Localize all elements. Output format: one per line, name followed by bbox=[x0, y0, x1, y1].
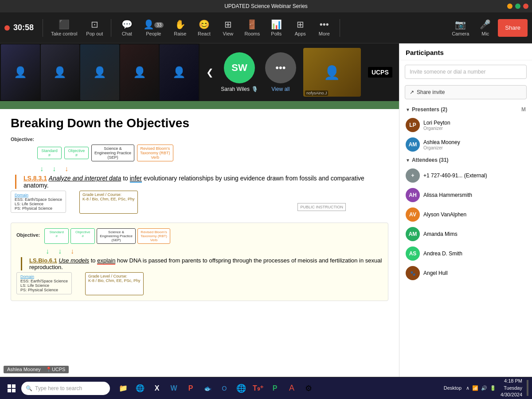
speaker-name-sw: Sarah Wiles 🎙️ bbox=[221, 86, 258, 92]
rooms-button[interactable]: 🚪 Rooms bbox=[241, 16, 263, 40]
taskbar-desktop-label[interactable]: Desktop bbox=[444, 385, 462, 391]
mic-muted-icon: 🎙️ bbox=[251, 86, 258, 92]
slide-area: Breaking Down the Objectives Objective: … bbox=[0, 101, 399, 377]
windows-start-button[interactable] bbox=[4, 380, 20, 396]
svg-rect-1 bbox=[12, 384, 16, 388]
objective-box-2: Objective# bbox=[70, 228, 95, 244]
presenters-header[interactable]: ▼ Presenters (2) M bbox=[399, 104, 532, 115]
more-options-btn[interactable]: M bbox=[521, 106, 526, 113]
raise-button[interactable]: ✋ Raise bbox=[169, 16, 191, 40]
objective-box-1: Objective# bbox=[64, 147, 89, 159]
taskbar-clock[interactable]: 4:18 PM Tuesday 4/30/2024 bbox=[501, 378, 522, 398]
taskbar-outlook[interactable]: O bbox=[216, 380, 232, 396]
network-icon[interactable]: 📶 bbox=[472, 385, 478, 391]
domain-link-1[interactable]: Domain bbox=[15, 193, 28, 197]
arrow-orange-2: ↓ bbox=[70, 247, 74, 255]
standard-box-1: Standard# bbox=[37, 147, 62, 159]
participants-panel: Participants Invite someone or dial a nu… bbox=[399, 43, 532, 377]
search-placeholder: Type here to search bbox=[35, 385, 82, 391]
taskbar-teams[interactable]: 🐟 bbox=[200, 380, 215, 396]
taskbar-powerpoint[interactable]: P bbox=[183, 380, 199, 396]
people-button[interactable]: 👤33 People bbox=[140, 16, 167, 40]
minimize-btn[interactable] bbox=[507, 4, 512, 9]
taskbar-chrome[interactable]: 🌐 bbox=[233, 380, 249, 396]
taskbar-app-last[interactable]: ⚙ bbox=[301, 380, 317, 396]
ls-text-1: LS.8.3.1 Analyze and interpret data to i… bbox=[15, 175, 388, 189]
main-layout: 👤 👤 👤 👤 👤 bbox=[0, 43, 532, 377]
avatar-angel: 🐾 bbox=[406, 266, 420, 280]
participant-angel[interactable]: 🐾 Angel Hull bbox=[399, 263, 532, 283]
video-thumb-1[interactable]: 👤 bbox=[1, 44, 40, 100]
taskbar-acrobat[interactable]: A bbox=[284, 380, 300, 396]
take-control-button[interactable]: ⬛ Take control bbox=[47, 16, 81, 40]
ls-code-1: LS.8.3.1 bbox=[23, 175, 47, 182]
attendees-header[interactable]: ▼ Attendees (31) bbox=[399, 154, 532, 166]
taskbar-edge[interactable]: 🌐 bbox=[132, 380, 148, 396]
chat-button[interactable]: 💬 Chat bbox=[116, 16, 138, 40]
participant-alissa[interactable]: AH Alissa Hammersmith bbox=[399, 185, 532, 205]
search-icon: 🔍 bbox=[26, 385, 32, 391]
volume-icon[interactable]: 🔊 bbox=[481, 385, 487, 391]
taskbar-app-p2[interactable]: P bbox=[267, 380, 283, 396]
info-external: +1 727-460-91... (External) bbox=[423, 172, 526, 179]
video-thumb-3[interactable]: 👤 bbox=[80, 44, 119, 100]
close-btn[interactable] bbox=[523, 4, 528, 9]
take-control-icon: ⬛ bbox=[59, 19, 70, 30]
chevron-icon[interactable]: ∧ bbox=[466, 385, 469, 391]
presenters-chevron: ▼ bbox=[406, 107, 410, 112]
react-button[interactable]: 😊 React bbox=[193, 16, 215, 40]
battery-icon[interactable]: 🔋 bbox=[490, 385, 496, 391]
mic-button[interactable]: 🎤 Mic bbox=[476, 17, 494, 38]
nav-prev[interactable]: ❮ bbox=[206, 67, 214, 78]
video-thumb-4[interactable]: 👤 bbox=[120, 44, 159, 100]
window-controls[interactable] bbox=[507, 4, 528, 9]
participant-amanda[interactable]: AM Amanda Mims bbox=[399, 224, 532, 244]
taskbar-app-t[interactable]: T₉⁺ bbox=[250, 380, 266, 396]
taskbar-file-explorer[interactable]: 📁 bbox=[115, 380, 131, 396]
participant-external[interactable]: + +1 727-460-91... (External) bbox=[399, 166, 532, 185]
presenters-section: ▼ Presenters (2) M bbox=[399, 104, 532, 115]
presenters-list: LP Lori Peyton Organizer AM Ashlea Moone… bbox=[399, 115, 532, 377]
taskbar-search[interactable]: 🔍 Type here to search bbox=[21, 382, 110, 395]
maximize-btn[interactable] bbox=[515, 4, 520, 9]
role-lori-peyton: Organizer bbox=[423, 126, 526, 131]
domain-link-2[interactable]: Domain bbox=[20, 274, 34, 279]
info-amanda: Amanda Mims bbox=[423, 231, 526, 237]
share-button[interactable]: Share bbox=[498, 19, 528, 37]
speaker-card-sw: SW Sarah Wiles 🎙️ bbox=[221, 52, 258, 92]
taskbar-word[interactable]: W bbox=[166, 380, 182, 396]
invite-input[interactable]: Invite someone or dial a number bbox=[405, 65, 527, 79]
taskbar-excel[interactable]: X bbox=[149, 380, 165, 396]
pop-out-button[interactable]: ⊡ Pop out bbox=[82, 16, 106, 40]
active-speaker-area: ❮ SW Sarah Wiles 🎙️ ••• View all 👤 bbox=[200, 43, 399, 101]
video-thumb-2[interactable]: 👤 bbox=[41, 44, 80, 100]
more-button[interactable]: ••• More bbox=[313, 16, 335, 40]
slide-title: Breaking Down the Objectives bbox=[11, 116, 388, 130]
avatar-andrea: AS bbox=[406, 246, 420, 261]
avatar-alissa: AH bbox=[406, 188, 420, 202]
participant-lori-peyton[interactable]: LP Lori Peyton Organizer bbox=[399, 115, 532, 135]
view-all-link[interactable]: View all bbox=[271, 86, 289, 92]
system-tray: ∧ 📶 🔊 🔋 bbox=[466, 385, 496, 391]
ls2-code: LS.Bio.6.1 bbox=[29, 257, 57, 264]
objective-2-label: Objective: bbox=[16, 232, 40, 238]
participant-alyson[interactable]: AV Alyson VanAlphen bbox=[399, 205, 532, 224]
video-thumbnails: 👤 👤 👤 👤 👤 bbox=[0, 43, 200, 101]
participant-ashlea-mooney[interactable]: AM Ashlea Mooney Organizer bbox=[399, 135, 532, 154]
view-button[interactable]: ⊞ View bbox=[217, 16, 239, 40]
more-card: ••• View all bbox=[265, 52, 296, 92]
objective-1-label: Objective: bbox=[11, 137, 388, 142]
apps-button[interactable]: ⊞ Apps bbox=[289, 16, 311, 40]
camera-button[interactable]: 📷 Camera bbox=[448, 17, 473, 38]
info-ashlea-mooney: Ashlea Mooney Organizer bbox=[423, 139, 526, 150]
info-alyson: Alyson VanAlphen bbox=[423, 211, 526, 218]
arrow-green-3: ↓ bbox=[46, 247, 49, 255]
participant-andrea[interactable]: AS Andrea D. Smith bbox=[399, 244, 532, 263]
polls-button[interactable]: 📊 Polls bbox=[265, 16, 287, 40]
arrow-green-1: ↓ bbox=[40, 165, 43, 173]
show-desktop-button[interactable] bbox=[527, 380, 528, 396]
ucps-logo-slide: 📍UCPS bbox=[46, 367, 66, 372]
video-thumb-5[interactable]: 👤 bbox=[160, 44, 199, 100]
share-invite-button[interactable]: ↗ Share invite bbox=[405, 85, 527, 99]
name-alissa: Alissa Hammersmith bbox=[423, 192, 526, 198]
